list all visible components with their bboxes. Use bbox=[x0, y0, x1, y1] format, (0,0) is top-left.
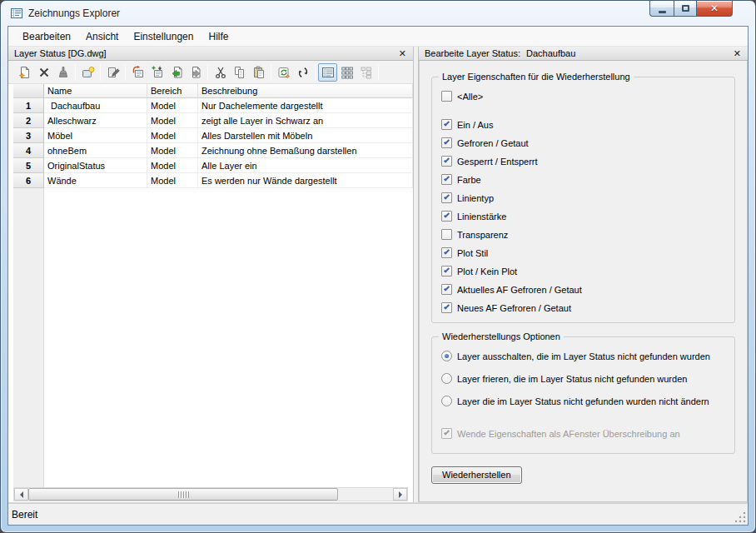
tree-view-icon bbox=[360, 66, 373, 79]
checkbox-box[interactable] bbox=[441, 284, 452, 295]
scroll-left-button[interactable] bbox=[14, 488, 28, 501]
titlebar[interactable]: Zeichnungs Explorer ✕ bbox=[1, 1, 755, 26]
checkbox-aktuelles-af[interactable]: Aktuelles AF Gefroren / Getaut bbox=[441, 284, 726, 295]
checkbox-plot-stil[interactable]: Plot Stil bbox=[441, 247, 726, 258]
checkbox-box[interactable] bbox=[441, 302, 452, 313]
column-header-num[interactable] bbox=[13, 84, 44, 98]
checkbox-label: Gesperrt / Entsperrt bbox=[457, 157, 538, 167]
checkbox-ein-aus[interactable]: Ein / Aus bbox=[441, 119, 726, 130]
radio-button[interactable] bbox=[441, 396, 452, 406]
radio-label: Layer ausschalten, die im Layer Status n… bbox=[457, 351, 710, 361]
table-row[interactable]: 5 OriginalStatus Model Alle Layer ein bbox=[13, 158, 413, 173]
tree-view-button[interactable] bbox=[356, 63, 376, 82]
checkbox-box[interactable] bbox=[441, 247, 452, 258]
radio-layer-ausschalten[interactable]: Layer ausschalten, die im Layer Status n… bbox=[441, 351, 726, 361]
checkbox-box[interactable] bbox=[441, 156, 452, 167]
checkbox-box[interactable] bbox=[441, 137, 452, 148]
checkbox-neues-af[interactable]: Neues AF Gefroren / Getaut bbox=[441, 302, 726, 313]
checkbox-box[interactable] bbox=[441, 211, 452, 222]
checkbox-box[interactable] bbox=[441, 91, 452, 102]
cell-bereich: Model bbox=[147, 98, 198, 113]
checkbox-box[interactable] bbox=[441, 266, 452, 276]
cut-button[interactable] bbox=[211, 63, 230, 82]
checkbox-plot-kein-plot[interactable]: Plot / Kein Plot bbox=[441, 266, 726, 276]
checkbox-box[interactable] bbox=[441, 174, 452, 185]
statusbar: Bereit bbox=[8, 503, 748, 525]
menu-ansicht[interactable]: Ansicht bbox=[78, 28, 126, 45]
wiederherstellen-button[interactable]: Wiederherstellen bbox=[431, 466, 522, 484]
purge-button[interactable] bbox=[53, 63, 72, 82]
row-header-strip bbox=[13, 188, 44, 487]
minimize-button[interactable] bbox=[649, 1, 674, 17]
radio-button[interactable] bbox=[441, 351, 452, 361]
checkbox-linienstaerke[interactable]: Linienstärke bbox=[441, 211, 726, 222]
horizontal-scrollbar[interactable] bbox=[13, 487, 408, 501]
layer-status-table: Name Bereich Beschreibung 1 Dachaufbau M… bbox=[13, 84, 413, 487]
radio-layer-nicht-aendern[interactable]: Layer die im Layer Status nicht gefunden… bbox=[441, 396, 726, 406]
checkbox-gesperrt-entsperrt[interactable]: Gesperrt / Entsperrt bbox=[441, 156, 726, 167]
table-row[interactable]: 1 Dachaufbau Model Nur Dachelemente darg… bbox=[13, 98, 413, 113]
maximize-button[interactable] bbox=[674, 1, 697, 17]
update-state-button[interactable] bbox=[147, 63, 167, 82]
import-button[interactable] bbox=[167, 63, 186, 82]
table-empty-area bbox=[13, 188, 413, 487]
resize-grip[interactable] bbox=[735, 512, 746, 523]
checkbox-farbe[interactable]: Farbe bbox=[441, 174, 726, 185]
menubar: Bearbeiten Ansicht Einstellungen Hilfe bbox=[8, 27, 748, 47]
copy-button[interactable] bbox=[230, 63, 249, 82]
new-layer-state-button[interactable] bbox=[15, 63, 34, 82]
scrollbar-thumb[interactable] bbox=[28, 488, 338, 501]
edit-button[interactable] bbox=[103, 63, 122, 82]
table-row[interactable]: 4 ohneBem Model Zeichnung ohne Bemaßung … bbox=[13, 143, 413, 158]
column-header-bereich[interactable]: Bereich bbox=[147, 84, 198, 98]
delete-button[interactable] bbox=[34, 63, 53, 82]
cell-beschreibung: Nur Dachelemente dargestellt bbox=[198, 98, 413, 113]
column-header-beschreibung[interactable]: Beschreibung bbox=[198, 84, 413, 98]
table-header-row: Name Bereich Beschreibung bbox=[13, 84, 413, 98]
maximize-icon bbox=[682, 5, 689, 12]
checkbox-box[interactable] bbox=[441, 229, 452, 240]
column-header-name[interactable]: Name bbox=[44, 84, 147, 98]
checkbox-gefroren-getaut[interactable]: Gefroren / Getaut bbox=[441, 137, 726, 148]
close-button[interactable]: ✕ bbox=[697, 1, 733, 17]
purge-icon bbox=[57, 66, 70, 79]
refresh-button[interactable] bbox=[293, 63, 312, 82]
cell-beschreibung: Zeichnung ohne Bemaßung darstellen bbox=[198, 143, 413, 158]
menu-hilfe[interactable]: Hilfe bbox=[201, 28, 236, 45]
edit-layer-status-close-icon[interactable]: ✕ bbox=[733, 49, 742, 58]
scroll-right-button[interactable] bbox=[393, 488, 407, 501]
arrow-right-icon bbox=[399, 491, 405, 498]
icons-view-button[interactable] bbox=[337, 63, 356, 82]
menu-einstellungen[interactable]: Einstellungen bbox=[126, 28, 201, 45]
paste-icon bbox=[252, 66, 266, 79]
restore-state-button[interactable] bbox=[128, 63, 147, 82]
table-row[interactable]: 2 Alleschwarz Model zeigt alle Layer in … bbox=[13, 113, 413, 128]
paste-button[interactable] bbox=[249, 63, 268, 82]
checkbox-label: Gefroren / Getaut bbox=[457, 138, 529, 148]
menu-bearbeiten[interactable]: Bearbeiten bbox=[15, 28, 78, 45]
refresh-icon bbox=[296, 66, 310, 79]
checkbox-linientyp[interactable]: Linientyp bbox=[441, 192, 726, 203]
checkbox-box[interactable] bbox=[441, 192, 452, 203]
checkbox-transparenz[interactable]: Transparenz bbox=[441, 229, 726, 240]
scrollbar-track[interactable] bbox=[28, 488, 393, 501]
layer-properties-group-label: Layer Eigenschaften für die Wiederherste… bbox=[439, 72, 634, 82]
radio-layer-frieren[interactable]: Layer frieren, die im Layer Status nicht… bbox=[441, 373, 726, 384]
options-button[interactable] bbox=[78, 63, 97, 82]
zeichnungs-explorer-window: Zeichnungs Explorer ✕ Bearbeiten Ansicht… bbox=[0, 0, 756, 533]
regen-button[interactable] bbox=[274, 63, 293, 82]
layer-status-close-icon[interactable]: ✕ bbox=[398, 49, 407, 58]
cell-name: Möbel bbox=[44, 128, 147, 143]
toolbar-separator bbox=[100, 64, 101, 81]
cell-beschreibung: zeigt alle Layer in Schwarz an bbox=[198, 113, 413, 128]
cell-bereich: Model bbox=[147, 128, 198, 143]
details-view-button[interactable] bbox=[318, 63, 337, 82]
table-row[interactable]: 3 Möbel Model Alles Darstellen mit Möbel… bbox=[13, 128, 413, 143]
cell-name: ohneBem bbox=[44, 143, 147, 158]
edit-layer-status-panel: Bearbeite Layer Status: Dachaufbau ✕ Lay… bbox=[418, 47, 748, 502]
checkbox-alle[interactable]: <Alle> bbox=[441, 91, 726, 102]
checkbox-box[interactable] bbox=[441, 119, 452, 130]
radio-button[interactable] bbox=[441, 373, 452, 384]
export-button[interactable] bbox=[186, 63, 205, 82]
table-row[interactable]: 6 Wände Model Es werden nur Wände darges… bbox=[13, 173, 413, 188]
